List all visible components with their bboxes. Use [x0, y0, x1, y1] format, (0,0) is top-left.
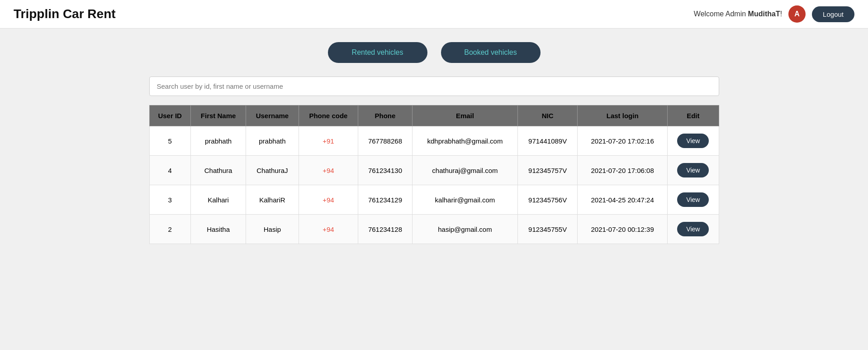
cell-email: kdhprabhath@gmail.com [412, 126, 518, 156]
booked-vehicles-tab[interactable]: Booked vehicles [441, 42, 541, 63]
cell-first_name: prabhath [190, 126, 246, 156]
table-row: 2HasithaHasip+94761234128hasip@gmail.com… [149, 215, 719, 244]
header: Tripplin Car Rent Welcome Admin MudithaT… [0, 0, 868, 29]
table-row: 3KalhariKalhariR+94761234129kalharir@gma… [149, 185, 719, 215]
cell-username: KalhariR [246, 185, 299, 215]
app-logo: Tripplin Car Rent [14, 7, 116, 21]
col-user-id: User ID [149, 105, 190, 126]
welcome-text: Welcome Admin MudithaT! [694, 10, 782, 18]
search-input[interactable] [149, 77, 719, 96]
tab-buttons: Rented vehicles Booked vehicles [149, 42, 719, 63]
cell-nic: 971441089V [518, 126, 578, 156]
main-content: Rented vehicles Booked vehicles User ID … [140, 29, 728, 253]
header-right: Welcome Admin MudithaT! A Logout [694, 5, 854, 23]
cell-phone_code: +91 [299, 126, 358, 156]
cell-username: prabhath [246, 126, 299, 156]
col-email: Email [412, 105, 518, 126]
table-header: User ID First Name Username Phone code P… [149, 105, 719, 126]
cell-nic: 912345757V [518, 156, 578, 185]
view-button[interactable]: View [677, 192, 709, 207]
cell-phone: 761234128 [358, 215, 412, 244]
avatar: A [788, 5, 806, 23]
cell-user_id: 4 [149, 156, 190, 185]
cell-phone_code: +94 [299, 156, 358, 185]
col-username: Username [246, 105, 299, 126]
cell-phone_code: +94 [299, 215, 358, 244]
cell-email: kalharir@gmail.com [412, 185, 518, 215]
table-row: 4ChathuraChathuraJ+94761234130chathuraj@… [149, 156, 719, 185]
cell-phone: 761234130 [358, 156, 412, 185]
cell-last_login: 2021-07-20 00:12:39 [578, 215, 668, 244]
cell-first_name: Kalhari [190, 185, 246, 215]
cell-phone: 761234129 [358, 185, 412, 215]
col-edit: Edit [668, 105, 719, 126]
users-table: User ID First Name Username Phone code P… [149, 105, 719, 244]
logout-button[interactable]: Logout [812, 6, 854, 22]
cell-first_name: Hasitha [190, 215, 246, 244]
cell-user_id: 5 [149, 126, 190, 156]
cell-username: ChathuraJ [246, 156, 299, 185]
cell-user_id: 3 [149, 185, 190, 215]
col-last-login: Last login [578, 105, 668, 126]
col-phone-code: Phone code [299, 105, 358, 126]
cell-user_id: 2 [149, 215, 190, 244]
cell-phone: 767788268 [358, 126, 412, 156]
view-button[interactable]: View [677, 163, 709, 177]
cell-username: Hasip [246, 215, 299, 244]
cell-nic: 912345756V [518, 185, 578, 215]
cell-first_name: Chathura [190, 156, 246, 185]
cell-email: chathuraj@gmail.com [412, 156, 518, 185]
col-nic: NIC [518, 105, 578, 126]
cell-nic: 912345755V [518, 215, 578, 244]
cell-phone_code: +94 [299, 185, 358, 215]
col-phone: Phone [358, 105, 412, 126]
view-button[interactable]: View [677, 222, 709, 236]
cell-edit: View [668, 126, 719, 156]
cell-edit: View [668, 185, 719, 215]
table-body: 5prabhathprabhath+91767788268kdhprabhath… [149, 126, 719, 244]
rented-vehicles-tab[interactable]: Rented vehicles [328, 42, 427, 63]
cell-edit: View [668, 156, 719, 185]
cell-email: hasip@gmail.com [412, 215, 518, 244]
table-row: 5prabhathprabhath+91767788268kdhprabhath… [149, 126, 719, 156]
cell-last_login: 2021-07-20 17:02:16 [578, 126, 668, 156]
cell-last_login: 2021-04-25 20:47:24 [578, 185, 668, 215]
col-first-name: First Name [190, 105, 246, 126]
cell-edit: View [668, 215, 719, 244]
search-container [149, 77, 719, 96]
view-button[interactable]: View [677, 134, 709, 148]
cell-last_login: 2021-07-20 17:06:08 [578, 156, 668, 185]
